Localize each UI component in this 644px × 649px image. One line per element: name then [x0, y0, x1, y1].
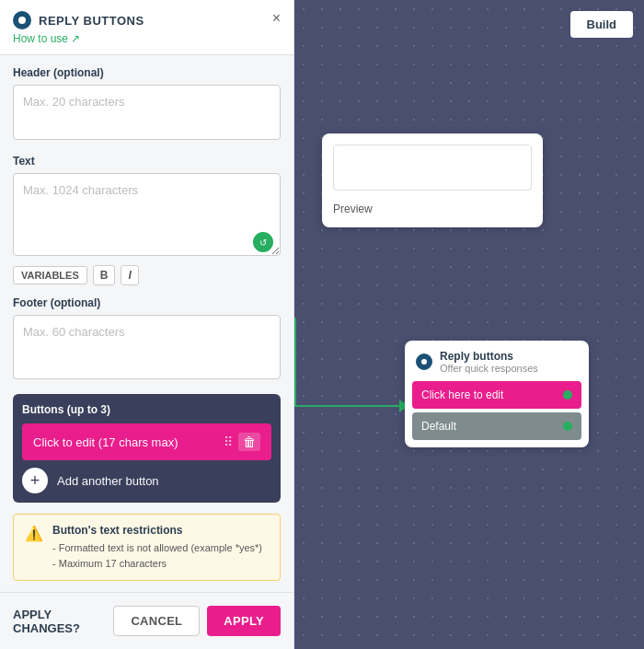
right-canvas: Build Preview Reply buttons Offer quick …: [294, 0, 644, 649]
panel-title: REPLY BUTTONS: [13, 11, 144, 29]
panel-header-left: REPLY BUTTONS How to use ↗: [13, 11, 144, 45]
reply-node: Reply buttons Offer quick responses Clic…: [405, 341, 589, 447]
warning-title: Button's text restrictions: [52, 524, 269, 537]
footer-buttons: CANCEL APPLY: [113, 606, 281, 636]
reply-buttons-icon: [13, 11, 31, 29]
text-field-section: Text ↺ VARIABLES B I: [13, 155, 281, 285]
text-field-label: Text: [13, 155, 281, 168]
add-button-text: Add another button: [57, 474, 159, 488]
close-button[interactable]: ×: [272, 11, 281, 26]
button-item-1-actions: ⠿ 🗑: [224, 433, 260, 451]
warning-icon: ⚠️: [25, 525, 43, 542]
variables-button[interactable]: VARIABLES: [13, 266, 87, 284]
text-textarea[interactable]: [13, 173, 281, 256]
header-field-section: Header (optional): [13, 66, 281, 144]
italic-button[interactable]: I: [121, 265, 138, 285]
reply-node-btn-1[interactable]: Click here to edit: [412, 381, 581, 409]
panel-footer: APPLY CHANGES? CANCEL APPLY: [0, 592, 293, 649]
reply-node-btn-2-dot: [563, 422, 572, 431]
panel-body: Header (optional) Text ↺ VARIABLES B I F…: [0, 55, 293, 592]
reply-buttons-icon-inner: [18, 17, 26, 24]
footer-question: APPLY CHANGES?: [13, 608, 113, 635]
drag-icon[interactable]: ⠿: [224, 435, 233, 449]
reply-node-btn-2-text: Default: [421, 420, 456, 433]
panel-header: REPLY BUTTONS How to use ↗ ×: [0, 0, 293, 55]
left-panel: REPLY BUTTONS How to use ↗ × Header (opt…: [0, 0, 294, 649]
preview-message-box: [333, 145, 532, 191]
text-toolbar: VARIABLES B I: [13, 265, 281, 285]
warning-box: ⚠️ Button's text restrictions - Formatte…: [13, 514, 281, 581]
reply-node-header: Reply buttons Offer quick responses: [405, 341, 589, 381]
add-circle-icon: +: [22, 468, 48, 493]
footer-textarea[interactable]: [13, 315, 281, 379]
build-button[interactable]: Build: [570, 11, 634, 38]
cancel-button[interactable]: CANCEL: [113, 606, 200, 636]
delete-button-icon[interactable]: 🗑: [238, 433, 260, 451]
panel-title-text: REPLY BUTTONS: [39, 14, 144, 28]
connector-vertical-line: [294, 318, 296, 407]
buttons-section-label: Buttons (up to 3): [22, 403, 271, 416]
warning-text-line1: - Formatted text is not allowed (example…: [52, 540, 269, 556]
warning-content: Button's text restrictions - Formatted t…: [52, 524, 269, 571]
apply-button[interactable]: APPLY: [207, 606, 281, 636]
reply-node-buttons: Click here to edit Default: [405, 381, 589, 447]
how-to-use-link[interactable]: How to use ↗: [13, 32, 144, 45]
button-item-1[interactable]: Click to edit (17 chars max) ⠿ 🗑: [22, 423, 271, 460]
footer-field-label: Footer (optional): [13, 296, 281, 309]
reply-node-btn-2[interactable]: Default: [412, 412, 581, 440]
button-item-1-text: Click to edit (17 chars max): [33, 435, 178, 449]
reply-node-btn-1-text: Click here to edit: [421, 388, 503, 401]
footer-field-section: Footer (optional): [13, 296, 281, 383]
rephrase-icon[interactable]: ↺: [253, 232, 273, 252]
warning-text-line2: - Maximum 17 characters: [52, 556, 269, 572]
bold-button[interactable]: B: [93, 265, 116, 285]
header-field-label: Header (optional): [13, 66, 281, 79]
preview-card: Preview: [322, 133, 543, 227]
reply-node-btn-1-dot: [563, 390, 572, 400]
reply-node-icon: [416, 353, 432, 370]
connector-horizontal-line: [294, 405, 414, 407]
add-button-row[interactable]: + Add another button: [22, 468, 271, 493]
header-textarea[interactable]: [13, 85, 281, 140]
buttons-section: Buttons (up to 3) Click to edit (17 char…: [13, 394, 281, 503]
reply-node-subtitle: Offer quick responses: [440, 363, 538, 374]
preview-label: Preview: [333, 203, 373, 215]
reply-node-title: Reply buttons: [440, 350, 538, 363]
text-field-wrapper: ↺: [13, 173, 281, 260]
